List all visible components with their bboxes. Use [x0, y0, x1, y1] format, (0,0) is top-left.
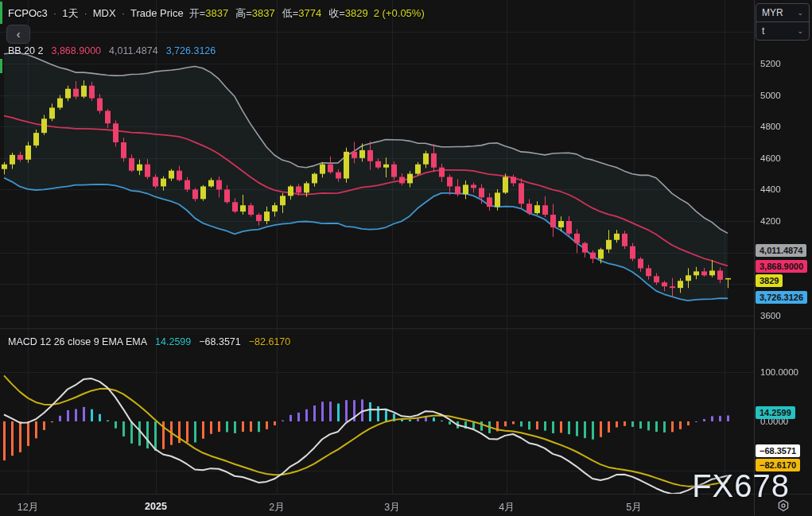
price-tick-label: 4400	[760, 184, 781, 194]
ohlc-item: 低=3774	[282, 6, 322, 21]
settings-icon[interactable]	[776, 499, 791, 513]
left-edge-sliver	[0, 59, 2, 73]
macd-legend-value: −82.6170	[249, 336, 290, 347]
time-axis-label: 5月	[626, 501, 641, 514]
currency-dropdown[interactable]: MYR⌄	[756, 4, 809, 21]
chart-canvas[interactable]	[0, 0, 812, 516]
symbol-name[interactable]: FCPOc3	[8, 7, 48, 19]
ohlc-values: 开=3837高=3837低=3774收=3829	[189, 6, 368, 21]
chevron-down-icon: ⌄	[797, 27, 803, 35]
macd-legend-title: MACD 12 26 close 9 EMA EMA	[8, 336, 147, 347]
time-axis-border	[0, 494, 812, 495]
macd-legend-value: 14.2599	[155, 336, 191, 347]
macd-legend[interactable]: MACD 12 26 close 9 EMA EMA 14.2599−68.35…	[8, 336, 290, 347]
separator-dot: ·	[122, 7, 125, 19]
interval-label[interactable]: 1天	[62, 6, 78, 21]
separator-dot: ·	[84, 7, 87, 19]
back-button[interactable]: ‹	[6, 25, 30, 44]
exchange-label: MDX	[93, 7, 116, 19]
price-tick-label: 5000	[760, 91, 781, 100]
ohlc-value: 3774	[298, 7, 321, 19]
price-tick-label: 3600	[760, 311, 781, 320]
change-value: 2 (+0.05%)	[374, 7, 425, 19]
dropdown-label: MYR	[762, 7, 783, 18]
ohlc-item: 收=3829	[328, 6, 368, 21]
time-axis[interactable]: 12月20252月3月4月5月	[0, 495, 754, 516]
time-axis-label: 3月	[384, 501, 399, 514]
bb-legend[interactable]: BB 20 2 3,868.90004,011.48743,726.3126	[8, 45, 216, 56]
time-axis-label: 2025	[145, 501, 167, 512]
left-edge-sliver	[0, 2, 2, 24]
bb-legend-values: 3,868.90004,011.48743,726.3126	[51, 45, 216, 56]
ohlc-label: 开=	[189, 7, 206, 19]
price-tick-label: 4600	[760, 153, 781, 163]
ohlc-item: 高=3837	[235, 6, 275, 21]
watermark: FX678	[692, 468, 790, 504]
bb-legend-value: 4,011.4874	[109, 45, 158, 56]
price-tick-label: 5200	[760, 59, 781, 68]
ohlc-item: 开=3837	[189, 6, 229, 21]
dropdown-label: t	[762, 25, 764, 37]
axis-separator-vertical	[754, 0, 755, 516]
ohlc-label: 高=	[235, 7, 252, 19]
macd-badge: −68.3571	[756, 444, 800, 457]
price-axis-scale[interactable]: 520050004800460044004200400038003600100.…	[755, 0, 812, 494]
bb-legend-title: BB 20 2	[8, 45, 43, 56]
pane-divider[interactable]	[0, 328, 812, 329]
macd-legend-value: −68.3571	[199, 336, 240, 347]
price-tick-label: 4200	[760, 216, 781, 226]
ohlc-value: 3837	[252, 7, 275, 19]
time-axis-label: 12月	[17, 501, 38, 514]
price-badge: 3,726.3126	[756, 291, 807, 304]
price-badge: 4,011.4874	[756, 244, 806, 257]
chevron-down-icon: ⌄	[797, 9, 803, 17]
time-axis-label: 2月	[269, 501, 284, 514]
ohlc-value: 3829	[345, 7, 368, 19]
price-badge: 3829	[756, 274, 783, 287]
time-axis-label: 4月	[499, 501, 514, 514]
bb-legend-value: 3,726.3126	[166, 45, 216, 56]
separator-dot: ·	[53, 7, 56, 19]
macd-legend-values: 14.2599−68.3571−82.6170	[155, 336, 290, 347]
ohlc-value: 3837	[205, 7, 228, 19]
series-type-label: Trade Price	[130, 7, 184, 19]
price-tick-label: 4800	[760, 122, 781, 131]
macd-tick-label: 100.0000	[760, 367, 798, 377]
ohlc-label: 收=	[328, 7, 345, 19]
ohlc-label: 低=	[282, 7, 299, 19]
price-badge: 3,868.9000	[756, 260, 807, 273]
macd-badge: 14.2599	[756, 406, 795, 419]
unit-dropdowns: MYR⌄t⌄	[756, 3, 810, 41]
bb-legend-value: 3,868.9000	[51, 45, 101, 56]
unit-dropdown[interactable]: t⌄	[756, 21, 809, 40]
symbol-header: FCPOc3 · 1天 · MDX · Trade Price 开=3837高=…	[8, 6, 425, 21]
